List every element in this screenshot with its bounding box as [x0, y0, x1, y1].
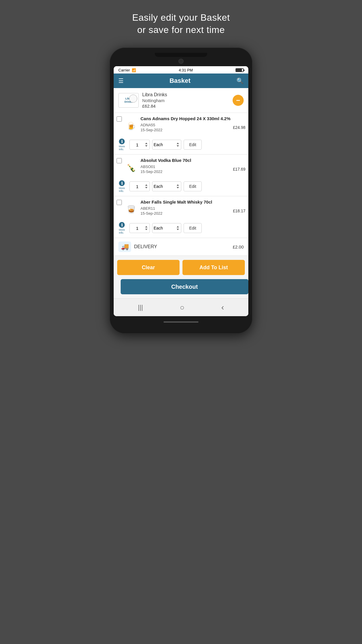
product-3-code: ABER11 [140, 206, 162, 211]
product-3-image: 🥃 [124, 199, 138, 220]
supplier-logo: LibraDrinks [118, 93, 139, 108]
product-2-more-info-button[interactable]: ℹ MoreInfo. [117, 180, 127, 192]
action-buttons: Clear Add To List [114, 256, 248, 279]
product-3-name: Aber Falls Single Malt Whisky 70cl [140, 199, 245, 205]
status-bar: Carrier 📶 4:31 PM [114, 66, 248, 74]
supplier-total: £62.84 [142, 104, 233, 108]
product-1-checkbox[interactable] [117, 116, 122, 122]
checkout-wrapper: Checkout [114, 279, 248, 298]
search-icon[interactable]: 🔍 [236, 77, 244, 84]
delivery-icon: 🚚 [118, 242, 131, 252]
product-1-qty-select[interactable]: 1 2 3 [129, 140, 150, 150]
hamburger-menu-icon[interactable]: ☰ [118, 77, 124, 84]
nav-bar: ☰ Basket 🔍 [114, 74, 248, 88]
app-content: LibraDrinks Libra Drinks Nottingham £62.… [114, 88, 248, 316]
product-3-more-info-button[interactable]: ℹ MoreInfo. [117, 222, 127, 234]
product-2-name: Absolut Vodka Blue 70cl [140, 158, 245, 163]
checkout-button[interactable]: Checkout [121, 279, 248, 294]
product-2-image: 🍾 [124, 158, 138, 178]
info-icon: ℹ [119, 222, 125, 228]
wifi-icon: 📶 [132, 68, 136, 72]
product-1-name: Cans Adnams Dry Hopped 24 X 330ml 4.2% [140, 116, 245, 122]
bottom-nav-menu-icon[interactable]: ||| [138, 304, 143, 311]
product-1-details: Cans Adnams Dry Hopped 24 X 330ml 4.2% A… [140, 116, 245, 132]
product-2-edit-button[interactable]: Edit [184, 181, 202, 191]
carrier-label: Carrier [118, 68, 130, 72]
clear-button[interactable]: Clear [117, 260, 180, 275]
bottom-nav-home-icon[interactable]: ○ [180, 303, 184, 312]
info-icon: ℹ [119, 180, 125, 186]
product-3-checkbox[interactable] [117, 200, 122, 205]
product-3-details: Aber Falls Single Malt Whisky 70cl ABER1… [140, 199, 245, 216]
product-2-qty-select[interactable]: 1 2 3 [129, 181, 150, 191]
product-1-more-info-button[interactable]: ℹ MoreInfo. [117, 139, 127, 151]
product-2-details: Absolut Vodka Blue 70cl ABSO01 15-Sep-20… [140, 158, 245, 174]
bottom-nav-back-icon[interactable]: ‹ [221, 303, 224, 312]
info-icon: ℹ [119, 139, 125, 144]
remove-supplier-button[interactable]: − [233, 95, 244, 106]
product-item: 🍺 Cans Adnams Dry Hopped 24 X 330ml 4.2%… [114, 113, 248, 155]
product-1-image: 🍺 [124, 116, 138, 136]
product-1-date: 15-Sep-2022 [140, 128, 162, 132]
delivery-label: DELIVERY [134, 244, 157, 249]
phone-bottom [114, 319, 248, 325]
time-label: 4:31 PM [179, 68, 193, 72]
home-indicator [164, 321, 198, 323]
product-1-edit-button[interactable]: Edit [184, 140, 202, 150]
product-item: 🥃 Aber Falls Single Malt Whisky 70cl ABE… [114, 196, 248, 238]
front-camera [178, 59, 184, 64]
product-2-date: 15-Sep-2022 [140, 169, 162, 174]
bottom-nav: ||| ○ ‹ [114, 298, 248, 316]
product-item: 🍾 Absolut Vodka Blue 70cl ABSO01 15-Sep-… [114, 155, 248, 196]
battery-icon [236, 68, 244, 72]
phone-shell: Carrier 📶 4:31 PM ☰ Basket 🔍 LibraDrinks [110, 48, 252, 334]
product-1-price: £24.98 [233, 125, 245, 130]
product-2-price: £17.69 [233, 167, 245, 172]
product-2-checkbox[interactable] [117, 158, 122, 163]
screen: Carrier 📶 4:31 PM ☰ Basket 🔍 LibraDrinks [114, 66, 248, 316]
product-1-code: ADNA55 [140, 123, 162, 127]
product-3-qty-select[interactable]: 1 2 3 [129, 223, 150, 233]
product-3-date: 15-Sep-2022 [140, 211, 162, 216]
tagline: Easily edit your Basket or save for next… [132, 12, 230, 36]
add-to-list-button[interactable]: Add To List [182, 260, 245, 275]
supplier-section: LibraDrinks Libra Drinks Nottingham £62.… [114, 88, 248, 113]
product-2-unit-select[interactable]: Each Case [152, 181, 181, 191]
product-3-unit-select[interactable]: Each Case [152, 223, 181, 233]
supplier-name: Libra Drinks [142, 92, 233, 97]
product-2-code: ABSO01 [140, 164, 162, 169]
product-3-price: £18.17 [233, 209, 245, 213]
product-3-edit-button[interactable]: Edit [184, 223, 202, 233]
supplier-location: Nottingham [142, 98, 233, 103]
delivery-row: 🚚 DELIVERY £2.00 [114, 238, 248, 256]
delivery-price: £2.00 [233, 244, 244, 249]
page-title: Basket [169, 77, 190, 85]
product-1-unit-select[interactable]: Each Case [152, 140, 181, 150]
supplier-info: Libra Drinks Nottingham £62.84 [139, 92, 233, 108]
